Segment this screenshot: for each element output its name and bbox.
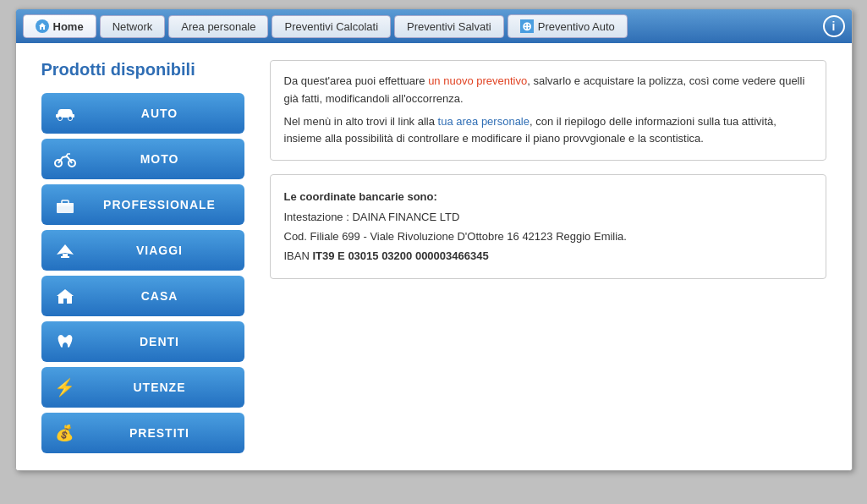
tab-home[interactable]: Home	[23, 14, 96, 38]
svg-rect-7	[57, 203, 74, 206]
svg-rect-9	[61, 256, 69, 258]
svg-point-1	[58, 117, 62, 121]
info-box: Da quest'area puoi effettuare un nuovo p…	[270, 60, 826, 161]
info-button[interactable]: i	[823, 15, 845, 37]
casa-icon	[53, 284, 77, 308]
professionale-button[interactable]: PROFESSIONALE	[41, 184, 244, 225]
home-icon	[36, 19, 49, 33]
auto-icon	[53, 101, 77, 125]
prestiti-button[interactable]: 💰 PRESTITI	[41, 413, 244, 453]
tab-network[interactable]: Network	[100, 15, 166, 38]
professionale-icon	[53, 193, 77, 216]
viaggi-button[interactable]: VIAGGI	[41, 230, 244, 271]
auto-button[interactable]: AUTO	[41, 93, 244, 134]
tab-preventivi-salvati[interactable]: Preventivi Salvati	[394, 15, 504, 38]
tab-network-label: Network	[112, 20, 153, 33]
bank-iban: IBAN IT39 E 03015 03200 000003466345	[284, 246, 812, 266]
main-window: Home Network Area personale Preventivi C…	[15, 8, 853, 471]
left-panel: Prodotti disponibili AUTO	[41, 60, 244, 453]
denti-icon	[53, 330, 77, 353]
info-text-p2: Nel menù in alto trovi il link alla tua …	[284, 113, 812, 149]
iban-value: IT39 E 03015 03200 000003466345	[312, 249, 488, 262]
tab-preventivi-calcolati[interactable]: Preventivi Calcolati	[272, 15, 391, 38]
denti-label: DENTI	[87, 335, 233, 348]
moto-label: MOTO	[87, 152, 233, 166]
tab-preventivi-calcolati-label: Preventivi Calcolati	[284, 20, 378, 33]
svg-marker-10	[57, 289, 74, 304]
casa-button[interactable]: CASA	[41, 276, 244, 316]
moto-icon	[53, 147, 77, 171]
professionale-label: PROFESSIONALE	[87, 198, 233, 211]
viaggi-label: VIAGGI	[87, 244, 233, 257]
svg-marker-0	[39, 23, 46, 30]
utenze-button[interactable]: ⚡ UTENZE	[41, 367, 244, 408]
info-text-p1: Da quest'area puoi effettuare un nuovo p…	[284, 73, 812, 108]
info-highlight: un nuovo preventivo	[428, 74, 527, 87]
utenze-label: UTENZE	[87, 381, 233, 394]
moto-button[interactable]: MOTO	[41, 139, 244, 179]
bank-intestazione: Intestazione : DAINA FINANCE LTD	[284, 207, 812, 227]
plus-icon: ⊕	[520, 19, 534, 33]
tab-area-personale[interactable]: Area personale	[168, 15, 268, 38]
prestiti-icon: 💰	[53, 421, 77, 445]
tab-home-label: Home	[53, 20, 84, 33]
tab-preventivo-auto[interactable]: ⊕ Preventivo Auto	[508, 14, 628, 38]
section-title: Prodotti disponibili	[41, 60, 244, 79]
product-buttons: AUTO MOTO	[41, 93, 244, 453]
prestiti-label: PRESTITI	[87, 426, 233, 440]
nav-bar: Home Network Area personale Preventivi C…	[16, 9, 852, 43]
utenze-icon: ⚡	[53, 375, 77, 399]
main-content: Prodotti disponibili AUTO	[16, 43, 852, 470]
auto-label: AUTO	[87, 107, 233, 120]
casa-label: CASA	[87, 289, 233, 303]
bank-title: Le coordinate bancarie sono:	[284, 187, 812, 206]
svg-point-2	[68, 117, 72, 121]
denti-button[interactable]: DENTI	[41, 321, 244, 362]
bank-codfiliale: Cod. Filiale 699 - Viale Rivoluzione D'O…	[284, 227, 812, 246]
tab-area-personale-label: Area personale	[181, 20, 255, 33]
right-panel: Da quest'area puoi effettuare un nuovo p…	[270, 60, 826, 453]
tab-preventivi-salvati-label: Preventivi Salvati	[407, 20, 491, 33]
viaggi-icon	[53, 238, 77, 262]
info-highlight-blue: tua area personale	[438, 115, 530, 128]
tab-preventivo-auto-label: Preventivo Auto	[538, 20, 615, 33]
bank-box: Le coordinate bancarie sono: Intestazion…	[270, 174, 826, 279]
